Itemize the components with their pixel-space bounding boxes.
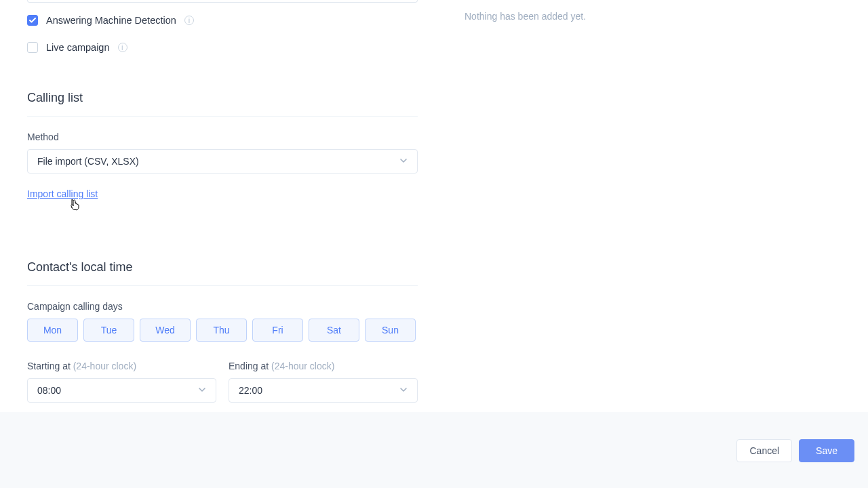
days-row: Mon Tue Wed Thu Fri Sat Sun: [27, 319, 420, 342]
start-time-select[interactable]: 08:00: [27, 378, 216, 403]
calling-list-title: Calling list: [27, 91, 420, 105]
import-calling-list-link[interactable]: Import calling list: [27, 188, 98, 199]
divider: [27, 116, 418, 117]
local-time-title: Contact's local time: [27, 260, 420, 274]
amd-label: Answering Machine Detection: [46, 15, 176, 26]
save-button[interactable]: Save: [799, 439, 854, 462]
method-select[interactable]: File import (CSV, XLSX): [27, 149, 418, 174]
day-mon[interactable]: Mon: [27, 319, 78, 342]
end-time-value: 22:00: [239, 385, 262, 396]
days-label: Campaign calling days: [27, 301, 420, 312]
live-checkbox[interactable]: [27, 42, 38, 53]
previous-input-bottom: [27, 0, 418, 3]
start-time-value: 08:00: [37, 385, 61, 396]
check-icon: [29, 18, 36, 23]
method-value: File import (CSV, XLSX): [37, 156, 139, 167]
day-thu[interactable]: Thu: [196, 319, 247, 342]
chevron-down-icon: [399, 156, 408, 167]
day-fri[interactable]: Fri: [252, 319, 303, 342]
info-icon[interactable]: i: [118, 43, 127, 52]
cancel-button[interactable]: Cancel: [736, 439, 792, 462]
amd-row: Answering Machine Detection i: [27, 15, 420, 26]
divider: [27, 285, 418, 286]
day-sun[interactable]: Sun: [365, 319, 416, 342]
footer: Cancel Save: [0, 412, 868, 488]
empty-state-text: Nothing has been added yet.: [465, 11, 586, 22]
day-sat[interactable]: Sat: [309, 319, 359, 342]
end-time-select[interactable]: 22:00: [229, 378, 418, 403]
chevron-down-icon: [399, 385, 408, 396]
start-label: Starting at (24-hour clock): [27, 361, 216, 371]
chevron-down-icon: [198, 385, 206, 396]
amd-checkbox[interactable]: [27, 15, 38, 26]
live-label: Live campaign: [46, 42, 110, 53]
day-tue[interactable]: Tue: [83, 319, 134, 342]
end-label: Ending at (24-hour clock): [229, 361, 418, 371]
live-row: Live campaign i: [27, 42, 420, 53]
day-wed[interactable]: Wed: [140, 319, 191, 342]
method-label: Method: [27, 131, 420, 142]
info-icon[interactable]: i: [184, 16, 194, 25]
